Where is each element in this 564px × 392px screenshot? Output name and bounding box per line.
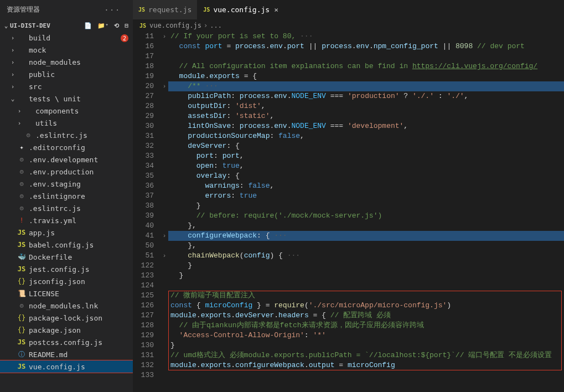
code-line[interactable]: const port = process.env.port || process… bbox=[168, 42, 564, 51]
folder-public[interactable]: ›public bbox=[0, 68, 133, 80]
file--travis-yml[interactable]: !.travis.yml bbox=[0, 214, 133, 226]
code-line[interactable]: overlay: { bbox=[168, 171, 564, 181]
fold-icon[interactable] bbox=[161, 211, 168, 221]
fold-icon[interactable] bbox=[161, 131, 168, 141]
fold-icon[interactable] bbox=[161, 61, 168, 71]
fold-icon[interactable] bbox=[161, 341, 168, 350]
chevron-down-icon[interactable]: ⌄ bbox=[9, 95, 17, 102]
code-line[interactable]: } bbox=[168, 271, 564, 281]
fold-icon[interactable] bbox=[161, 191, 168, 201]
code-line[interactable]: /** ··· bbox=[168, 81, 564, 91]
fold-icon[interactable] bbox=[161, 151, 168, 161]
refresh-icon[interactable]: ⟲ bbox=[114, 22, 119, 29]
tab-vue-config-js[interactable]: JSvue.config.js× bbox=[198, 0, 284, 19]
fold-icon[interactable] bbox=[161, 360, 168, 370]
code-line[interactable]: port: port, bbox=[168, 151, 564, 161]
chevron-right-icon[interactable]: › bbox=[9, 71, 17, 78]
folder-build[interactable]: ›build bbox=[0, 32, 133, 44]
fold-icon[interactable] bbox=[161, 181, 168, 191]
code-line[interactable]: // 由于qiankun内部请求都是fetch来请求资源，因此子应用必须容许跨域 bbox=[168, 321, 564, 331]
fold-icon[interactable] bbox=[161, 51, 168, 61]
file-package-json[interactable]: {}package.json bbox=[0, 324, 133, 336]
new-folder-icon[interactable]: 📁⁺ bbox=[97, 22, 109, 29]
code-line[interactable] bbox=[168, 281, 564, 291]
file--eslintrc-js[interactable]: ⚙.eslintrc.js bbox=[0, 202, 133, 214]
file--editorconfig[interactable]: ✦.editorconfig bbox=[0, 141, 133, 153]
code-line[interactable]: devServer: { bbox=[168, 141, 564, 151]
fold-icon[interactable] bbox=[161, 121, 168, 131]
new-file-icon[interactable]: 📄 bbox=[84, 22, 92, 29]
file--env-production[interactable]: ⚙.env.production bbox=[0, 166, 133, 178]
fold-icon[interactable] bbox=[161, 42, 168, 51]
chevron-right-icon[interactable]: › bbox=[15, 107, 23, 115]
code-line[interactable]: configureWebpack: { ··· bbox=[168, 231, 564, 241]
folder-components[interactable]: ›components bbox=[0, 105, 133, 117]
fold-icon[interactable] bbox=[161, 301, 168, 311]
code-line[interactable]: warnings: false, bbox=[168, 181, 564, 191]
fold-icon[interactable] bbox=[161, 111, 168, 121]
folder-mock[interactable]: ›mock bbox=[0, 44, 133, 56]
code-line[interactable]: module.exports = { bbox=[168, 71, 564, 81]
code-line[interactable]: module.exports.configureWebpack.output =… bbox=[168, 360, 564, 370]
fold-icon[interactable] bbox=[161, 171, 168, 181]
chevron-right-icon[interactable]: › bbox=[9, 34, 17, 42]
fold-icon[interactable] bbox=[161, 350, 168, 360]
file--env-staging[interactable]: ⚙.env.staging bbox=[0, 178, 133, 190]
code-line[interactable]: } bbox=[168, 341, 564, 350]
code-line[interactable]: // If your port is set to 80, ··· bbox=[168, 32, 564, 42]
file-node_modules-lnk[interactable]: ⚙node_modules.lnk bbox=[0, 300, 133, 312]
tab-request-js[interactable]: JSrequest.js bbox=[133, 0, 198, 19]
fold-icon[interactable] bbox=[161, 161, 168, 171]
fold-icon[interactable] bbox=[161, 101, 168, 111]
code-area[interactable]: 1116171819202728293031323334353637383940… bbox=[133, 32, 564, 392]
code-line[interactable]: chainWebpack(config) { ··· bbox=[168, 251, 564, 261]
fold-icon[interactable] bbox=[161, 221, 168, 231]
fold-icon[interactable] bbox=[161, 311, 168, 321]
folder-tests-unit[interactable]: ⌄tests \ unit bbox=[0, 92, 133, 105]
code-line[interactable]: const { microConfig } = require('./src/m… bbox=[168, 301, 564, 311]
file-postcss-config-js[interactable]: JSpostcss.config.js bbox=[0, 336, 133, 348]
fold-icon[interactable] bbox=[161, 370, 168, 380]
file-package-lock-json[interactable]: {}package-lock.json bbox=[0, 312, 133, 324]
explorer-more-icon[interactable]: ··· bbox=[105, 6, 126, 14]
file-jest-config-js[interactable]: JSjest.config.js bbox=[0, 263, 133, 275]
fold-icon[interactable] bbox=[161, 281, 168, 291]
folder-src[interactable]: ›src bbox=[0, 80, 133, 92]
folder-utils[interactable]: ›utils bbox=[0, 117, 133, 129]
code-lines[interactable]: // If your port is set to 80, ··· const … bbox=[168, 32, 564, 392]
file-LICENSE[interactable]: 📜LICENSE bbox=[0, 287, 133, 300]
file-app-js[interactable]: JSapp.js bbox=[0, 226, 133, 239]
code-line[interactable]: 'Access-Control-Allow-Origin': '*' bbox=[168, 331, 564, 341]
code-line[interactable]: outputDir: 'dist', bbox=[168, 101, 564, 111]
chevron-right-icon[interactable]: › bbox=[15, 120, 23, 127]
code-line[interactable]: lintOnSave: process.env.NODE_ENV === 'de… bbox=[168, 121, 564, 131]
chevron-right-icon[interactable]: › bbox=[9, 83, 17, 90]
fold-icon[interactable] bbox=[161, 321, 168, 331]
code-line[interactable]: assetsDir: 'static', bbox=[168, 111, 564, 121]
code-line[interactable]: publicPath: process.env.NODE_ENV === 'pr… bbox=[168, 91, 564, 101]
fold-icon[interactable] bbox=[161, 91, 168, 101]
fold-icon[interactable] bbox=[161, 71, 168, 81]
fold-icon[interactable]: › bbox=[161, 81, 168, 91]
code-line[interactable]: // before: require('./mock/mock-server.j… bbox=[168, 211, 564, 221]
chevron-right-icon[interactable]: › bbox=[9, 47, 17, 54]
chevron-right-icon[interactable]: › bbox=[9, 59, 17, 66]
collapse-icon[interactable]: ⊟ bbox=[125, 22, 128, 29]
code-line[interactable]: open: true, bbox=[168, 161, 564, 171]
file-jsconfig-json[interactable]: {}jsconfig.json bbox=[0, 275, 133, 287]
code-line[interactable]: module.exports.devServer.headers = { // … bbox=[168, 311, 564, 321]
fold-icon[interactable] bbox=[161, 261, 168, 271]
code-line[interactable]: // All configuration item explanations c… bbox=[168, 61, 564, 71]
code-line[interactable] bbox=[168, 370, 564, 380]
fold-icon[interactable] bbox=[161, 271, 168, 281]
file--eslintignore[interactable]: ⚙.eslintignore bbox=[0, 190, 133, 202]
folder-node_modules[interactable]: ›node_modules bbox=[0, 56, 133, 68]
file--env-development[interactable]: ⚙.env.development bbox=[0, 153, 133, 166]
code-line[interactable]: }, bbox=[168, 221, 564, 231]
file-babel-config-js[interactable]: JSbabel.config.js bbox=[0, 239, 133, 251]
file-vue-config-js[interactable]: JSvue.config.js bbox=[0, 360, 133, 373]
code-line[interactable]: // umd格式注入 必须module.exports.publicPath =… bbox=[168, 350, 564, 360]
fold-icon[interactable]: › bbox=[161, 231, 168, 241]
fold-icon[interactable] bbox=[161, 241, 168, 251]
project-header[interactable]: ⌄ UI-DIST-DEV 📄 📁⁺ ⟲ ⊟ bbox=[0, 19, 133, 32]
